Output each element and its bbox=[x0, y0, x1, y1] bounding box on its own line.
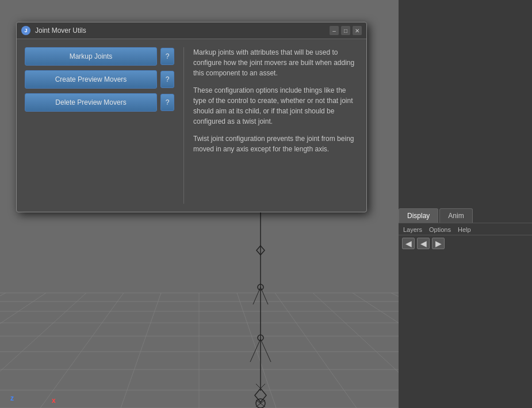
delete-preview-movers-row: Delete Preview Movers ? bbox=[25, 93, 174, 112]
tab-anim[interactable]: Anim bbox=[439, 208, 472, 223]
panel-icon-2[interactable]: ◀ bbox=[417, 238, 430, 249]
delete-preview-movers-help-button[interactable]: ? bbox=[160, 94, 174, 111]
dialog-window-controls: – □ ✕ bbox=[330, 26, 362, 35]
markup-joints-row: Markup Joints ? bbox=[25, 47, 174, 66]
dialog-titlebar: J Joint Mover Utils – □ ✕ bbox=[17, 22, 366, 39]
subtab-help[interactable]: Help bbox=[457, 226, 472, 234]
dialog-title: Joint Mover Utils bbox=[35, 26, 325, 35]
create-preview-movers-button[interactable]: Create Preview Movers bbox=[25, 70, 157, 89]
delete-preview-movers-button[interactable]: Delete Preview Movers bbox=[25, 93, 157, 112]
markup-joints-button[interactable]: Markup Joints bbox=[25, 47, 157, 66]
dialog-button-panel: Markup Joints ? Create Preview Movers ? … bbox=[25, 47, 174, 204]
right-panel: Display Anim Layers Options Help ◀ ◀ ▶ bbox=[399, 0, 532, 408]
close-button[interactable]: ✕ bbox=[353, 26, 362, 35]
right-panel-tabs: Display Anim bbox=[399, 207, 532, 223]
right-panel-icon-bar: ◀ ◀ ▶ bbox=[399, 235, 532, 251]
x-axis-label: x bbox=[52, 396, 56, 405]
markup-joints-help-button[interactable]: ? bbox=[160, 48, 174, 65]
info-para-3: Twist joint configuration prevents the j… bbox=[193, 134, 358, 154]
info-para-1: Markup joints with attributes that will … bbox=[193, 47, 358, 78]
panel-icon-1[interactable]: ◀ bbox=[402, 238, 415, 249]
info-para-2: These configuration options include thin… bbox=[193, 85, 358, 127]
right-panel-top-space bbox=[399, 0, 532, 207]
subtab-layers[interactable]: Layers bbox=[402, 226, 423, 234]
minimize-button[interactable]: – bbox=[330, 26, 339, 35]
grid-floor bbox=[0, 178, 399, 408]
divider bbox=[183, 47, 184, 204]
z-axis-label: z bbox=[10, 394, 14, 402]
panel-icon-3[interactable]: ▶ bbox=[432, 238, 445, 249]
right-panel-subtabs: Layers Options Help bbox=[399, 223, 532, 235]
tab-display[interactable]: Display bbox=[399, 208, 438, 223]
create-preview-movers-row: Create Preview Movers ? bbox=[25, 70, 174, 89]
dialog-app-icon: J bbox=[21, 26, 30, 35]
subtab-options[interactable]: Options bbox=[428, 226, 452, 234]
maximize-button[interactable]: □ bbox=[341, 26, 350, 35]
create-preview-movers-help-button[interactable]: ? bbox=[160, 71, 174, 88]
dialog-window: J Joint Mover Utils – □ ✕ Markup Joints … bbox=[16, 22, 367, 212]
dialog-body: Markup Joints ? Create Preview Movers ? … bbox=[17, 39, 366, 212]
dialog-info-text: Markup joints with attributes that will … bbox=[193, 47, 358, 204]
